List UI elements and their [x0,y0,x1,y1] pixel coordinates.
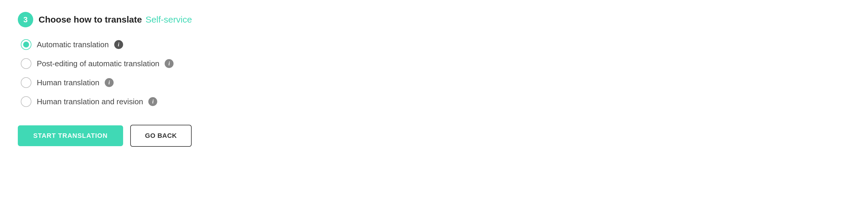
info-icon-post-editing[interactable]: i [165,59,174,68]
radio-human[interactable] [21,77,31,88]
radio-post-editing[interactable] [21,58,31,69]
section-title-row: Choose how to translateSelf-service [38,15,192,25]
start-translation-button[interactable]: START TRANSLATION [18,125,123,146]
section-header: 3 Choose how to translateSelf-service [18,12,285,27]
section-title: Choose how to translate [38,15,142,24]
option-automatic[interactable]: Automatic translation i [21,39,285,50]
option-human[interactable]: Human translation i [21,77,285,88]
radio-automatic-inner [23,41,29,48]
go-back-button[interactable]: GO BACK [130,125,192,147]
section-subtitle: Self-service [145,15,192,24]
options-list: Automatic translation i Post-editing of … [18,39,285,107]
option-automatic-label: Automatic translation [37,40,109,49]
buttons-row: START TRANSLATION GO BACK [18,125,285,147]
info-icon-human[interactable]: i [105,78,114,87]
option-human-revision-label: Human translation and revision [37,97,143,106]
option-human-label: Human translation [37,78,99,87]
step-badge: 3 [18,12,33,27]
option-human-revision[interactable]: Human translation and revision i [21,96,285,107]
option-post-editing[interactable]: Post-editing of automatic translation i [21,58,285,69]
radio-human-revision[interactable] [21,96,31,107]
page-container: 3 Choose how to translateSelf-service Au… [18,12,285,147]
info-icon-automatic[interactable]: i [114,40,123,49]
info-icon-human-revision[interactable]: i [148,97,157,106]
radio-automatic[interactable] [21,39,31,50]
option-post-editing-label: Post-editing of automatic translation [37,59,159,68]
